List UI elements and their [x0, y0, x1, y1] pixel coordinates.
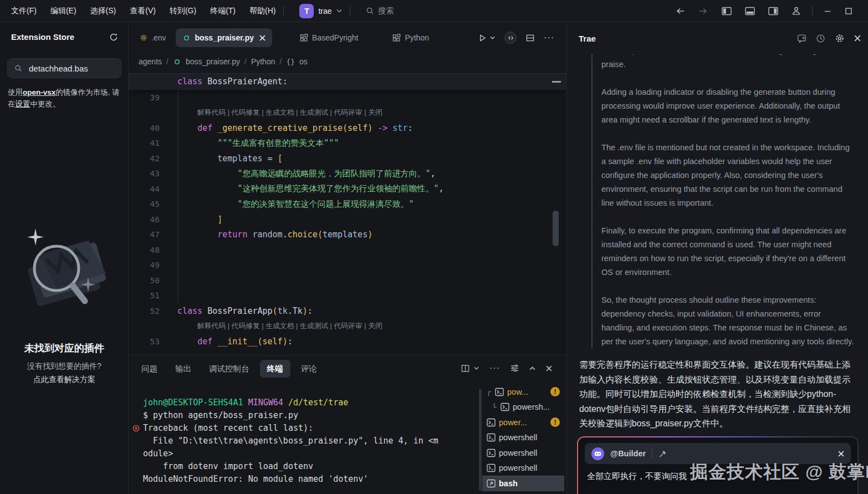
codelens-actions[interactable]: 解释代码 | 代码修复 | 生成文档 | 生成测试 | 代码评审 | 关闭	[197, 108, 382, 118]
menu-转到(G)[interactable]: 转到(G)	[170, 6, 196, 16]
toggle-panel-icon[interactable]	[745, 7, 755, 16]
refresh-icon[interactable]	[109, 33, 118, 42]
split-editor-icon[interactable]	[526, 34, 534, 42]
panel-tab-问题[interactable]: 问题	[134, 360, 165, 378]
not-found-title: 未找到对应的插件	[0, 342, 129, 355]
close-panel-icon[interactable]	[546, 365, 552, 371]
code-line[interactable]: 50	[129, 273, 566, 288]
mirror-notice: 使用open-vsx的镜像作为市场, 请在设置中更改。	[8, 86, 121, 110]
extension-search-input[interactable]	[28, 63, 111, 74]
code-line[interactable]: 51	[129, 288, 566, 304]
breadcrumb-item-Python[interactable]: Python	[251, 57, 275, 66]
code-line[interactable]: 53 def __init__(self):	[129, 334, 566, 349]
terminal-list-item-power...[interactable]: power...!	[482, 415, 564, 430]
terminal-list-item-bash[interactable]: bash	[482, 476, 564, 491]
gear-icon[interactable]	[835, 33, 845, 43]
editor-tab-boss_praiser.py[interactable]: boss_praiser.py	[176, 28, 272, 47]
more-actions-icon[interactable]: ···	[489, 363, 500, 373]
code-line[interactable]: 40 def _generate_creative_praise(self) -…	[129, 120, 566, 136]
terminal-label: powersh...	[513, 403, 550, 411]
window-controls	[675, 6, 868, 16]
thought-paragraph: So, the thought process should outline t…	[601, 293, 855, 349]
code-line[interactable]: 45 "您的决策智慧在这个问题上展现得淋漓尽致。"	[129, 197, 566, 212]
back-icon[interactable]	[675, 7, 685, 15]
terminal-output[interactable]: john@DESKTOP-SEHS4A1 MINGW64 /d/test/tra…	[129, 384, 478, 494]
terminal-line: Traceback (most recent call last):	[129, 422, 478, 435]
code-line[interactable]: 47 return random.choice(templates)	[129, 227, 566, 243]
filter-icon[interactable]	[510, 364, 519, 372]
minimize-icon[interactable]	[824, 7, 831, 15]
terminal-list-item-pow...[interactable]: ┌pow...!	[482, 384, 564, 400]
close-icon[interactable]	[259, 35, 265, 41]
panel-tab-终端[interactable]: 终端	[260, 360, 290, 378]
terminal-list-item-powershell[interactable]: powershell	[482, 461, 564, 476]
editor-tab-Python[interactable]: Python	[386, 28, 436, 47]
thought-paragraph: Another point is the lack of visual feed…	[601, 54, 855, 72]
sticky-scroll-header[interactable]: class BossPraierAgent:	[129, 73, 566, 90]
menu-帮助(H)[interactable]: 帮助(H)	[249, 6, 275, 16]
menu-终端(T)[interactable]: 终端(T)	[210, 6, 236, 16]
close-icon[interactable]	[838, 451, 844, 457]
menu-编辑(E)[interactable]: 编辑(E)	[50, 6, 76, 16]
terminal-list-item-powershell[interactable]: powershell	[482, 430, 564, 446]
run-icon[interactable]	[478, 34, 487, 42]
warning-badge: !	[550, 387, 560, 396]
more-actions-icon[interactable]: ···	[544, 33, 554, 43]
editor-tab-.env[interactable]: .env	[133, 28, 172, 47]
tab-label: .env	[151, 33, 166, 42]
menu-文件(F)[interactable]: 文件(F)	[11, 6, 37, 16]
panel-tab-输出[interactable]: 输出	[168, 360, 198, 378]
solution-link[interactable]: 点此查看解决方案	[0, 375, 129, 385]
breadcrumb-item-boss_praiser.py[interactable]: boss_praiser.py	[186, 57, 240, 66]
settings-link[interactable]: 设置	[16, 100, 30, 108]
terminal-list-item-powersh...[interactable]: └powersh...	[482, 400, 564, 415]
breadcrumb-item-agents[interactable]: agents	[139, 57, 162, 66]
editor-vertical-scrollbar[interactable]	[553, 211, 559, 246]
terminal-scrollbar[interactable]	[479, 389, 482, 491]
code-line[interactable]: 42 templates = [	[129, 151, 566, 166]
menu-查看(V)[interactable]: 查看(V)	[130, 6, 156, 16]
warning-badge: !	[550, 417, 560, 427]
split-terminal-icon[interactable]	[461, 364, 469, 373]
code-line[interactable]: 43 "您高瞻远瞩的战略眼光，为团队指明了前进方向。",	[129, 166, 566, 182]
close-panel-icon[interactable]	[854, 35, 861, 42]
panel-tab-评论[interactable]: 评论	[294, 360, 324, 378]
hammer-icon[interactable]	[658, 450, 667, 458]
extension-search-box[interactable]	[7, 58, 121, 78]
codelens-actions[interactable]: 解释代码 | 代码修复 | 生成文档 | 生成测试 | 代码评审 | 关闭	[197, 322, 382, 331]
workspace-switcher[interactable]: T trae	[299, 4, 341, 18]
code-editor[interactable]: class BossPraierAgent: 39解释代码 | 代码修复 | 生…	[129, 73, 566, 355]
maximize-icon[interactable]	[845, 7, 852, 15]
code-line[interactable]: 49	[129, 258, 566, 273]
history-icon[interactable]	[816, 34, 825, 43]
global-search[interactable]: 搜索	[366, 6, 394, 16]
forward-icon[interactable]	[698, 7, 708, 15]
menu-选择(S)[interactable]: 选择(S)	[90, 6, 116, 16]
code-line[interactable]: 41 """生成富有创意的赞美文本"""	[129, 136, 566, 151]
toggle-right-sidebar-icon[interactable]	[768, 7, 778, 16]
agent-name[interactable]: @Builder	[610, 449, 646, 458]
code-line[interactable]: 44 "这种创新思维完美体现了您作为行业领袖的前瞻性。",	[129, 181, 566, 197]
code-line[interactable]: 48	[129, 242, 566, 258]
thought-paragraph: The .env file is mentioned but not creat…	[601, 141, 855, 210]
toggle-left-sidebar-icon[interactable]	[722, 7, 732, 16]
terminal-label: powershell	[499, 464, 537, 472]
panel-tab-调试控制台[interactable]: 调试控制台	[202, 360, 257, 378]
run-dropdown-icon[interactable]	[490, 36, 495, 39]
breadcrumb-item-os[interactable]: os	[299, 57, 308, 66]
maximize-panel-icon[interactable]	[529, 366, 535, 370]
open-vsx-link[interactable]: open-vsx	[23, 88, 55, 96]
breadcrumb[interactable]: agents/boss_praiser.py/Python/{}os	[129, 51, 566, 72]
code-line[interactable]: 39	[129, 90, 566, 105]
ai-quick-icon[interactable]	[504, 32, 517, 44]
code-line[interactable]: 46 ]	[129, 212, 566, 227]
ai-conversation[interactable]: Another point is the lack of visual feed…	[567, 54, 868, 437]
editor-tab-BasedPyright[interactable]: BasedPyright	[293, 28, 365, 47]
terminal-gutter	[129, 473, 143, 486]
code-line[interactable]: 52class BossPraierApp(tk.Tk):	[129, 303, 566, 319]
account-icon[interactable]	[792, 6, 801, 16]
terminal-list-item-powershell[interactable]: powershell	[482, 445, 564, 461]
chevron-down-icon[interactable]	[474, 366, 479, 370]
terminal-line: ModuleNotFoundError: No module named 'do…	[129, 473, 478, 486]
new-chat-icon[interactable]	[797, 34, 806, 43]
